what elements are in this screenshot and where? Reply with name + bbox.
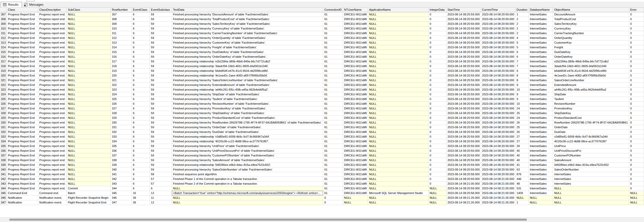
grid-cell-NTUserName[interactable]: DIRCEU-W11\difil xyxy=(343,73,368,78)
grid-cell-ClassDescription[interactable]: Notification event. xyxy=(38,200,67,205)
grid-cell-Class[interactable]: Progress Report End xyxy=(7,120,38,125)
grid-cell-StartTime[interactable]: 2023-08-14 08:20:59.000 xyxy=(446,36,481,40)
grid-cell-ClassDescription[interactable]: Progress report end. xyxy=(38,144,67,148)
grid-cell-IntegerData[interactable]: 0 xyxy=(428,148,446,153)
grid-cell-DatabaseName[interactable]: InternetSales xyxy=(529,162,553,167)
grid-cell-CurrentTime[interactable]: 2023-08-14 08:20:59.000 xyxy=(481,83,516,87)
grid-cell-StartTime[interactable]: 2023-08-14 08:20:59.000 xyxy=(446,21,481,26)
grid-cell-Duration[interactable]: 2 xyxy=(516,31,529,36)
grid-cell-CurrentTime[interactable]: 2023-08-14 08:20:59.000 xyxy=(481,31,516,36)
grid-cell-TextData[interactable]: <Batch Transaction="true" xmlns="http://… xyxy=(172,191,323,195)
grid-cell-ObjectName[interactable]: NULL xyxy=(553,195,629,200)
grid-cell-ObjectName[interactable]: CustomerKey xyxy=(553,40,629,45)
grid-cell-EventClass[interactable]: 39 xyxy=(132,195,150,200)
grid-cell-NTUserName[interactable]: DIRCEU-W11\difil xyxy=(343,31,368,36)
column-header-ClassDescription[interactable]: ClassDescription xyxy=(38,8,67,12)
grid-cell-Duration[interactable]: 6 xyxy=(516,54,529,59)
grid-cell-ConnectionID[interactable]: 61 xyxy=(323,87,343,92)
grid-cell-ClassDescription[interactable]: Progress report end. xyxy=(38,26,67,31)
grid-cell-Error[interactable]: NULL xyxy=(629,195,644,200)
grid-cell-Duration[interactable]: 27 xyxy=(516,134,529,139)
grid-cell-RowNumber[interactable]: 309 xyxy=(111,21,132,26)
grid-cell-ConnectionID[interactable]: 61 xyxy=(323,92,343,97)
grid-cell-NTUserName[interactable]: DIRCEU-W11\difil xyxy=(343,87,368,92)
grid-cell-ObjectName[interactable]: SalesOrderNumber xyxy=(553,167,629,172)
grid-cell-TextData[interactable]: Finished processing hierarchy 'TaxAmt' o… xyxy=(172,97,323,101)
grid-cell-RowNumber[interactable]: 307 xyxy=(111,12,132,17)
grid-cell-ApplicationName[interactable]: NULL xyxy=(368,83,428,87)
grid-cell-StartTime[interactable]: 2023-08-14 08:20:59.000 xyxy=(446,130,481,134)
grid-cell-NTUserName[interactable]: DIRCEU-W11\difil xyxy=(343,92,368,97)
grid-cell-ClassDescription[interactable]: Progress report end. xyxy=(38,97,67,101)
grid-cell-SubClass[interactable]: NULL xyxy=(67,120,111,125)
grid-cell-ClassDescription[interactable]: Progress report end. xyxy=(38,111,67,115)
grid-cell-RowNumber[interactable]: 310 xyxy=(111,26,132,31)
grid-cell-DatabaseName[interactable]: InternetSales xyxy=(529,120,553,125)
grid-cell-EventClass[interactable]: 39 xyxy=(132,200,150,205)
grid-cell-ConnectionID[interactable]: 61 xyxy=(323,101,343,106)
grid-cell-StartTime[interactable]: 2023-08-14 08:20:59.000 xyxy=(446,125,481,130)
grid-cell-RowNumber[interactable]: 315 xyxy=(111,50,132,54)
column-header-EventSubclass[interactable]: EventSubclass xyxy=(150,8,172,12)
grid-cell-ObjectName[interactable]: a446c261-f05c-45fb-a45a-962b4eb6f5a2 xyxy=(553,87,629,92)
row-number-cell[interactable]: 315 xyxy=(0,50,7,54)
grid-cell-Duration[interactable]: 40 xyxy=(516,158,529,162)
grid-cell-Class[interactable]: Progress Report End xyxy=(7,186,38,191)
grid-cell-Duration[interactable]: 40 xyxy=(516,148,529,153)
grid-cell-IntegerData[interactable]: NULL xyxy=(428,191,446,195)
row-number-cell[interactable]: 329 xyxy=(0,115,7,120)
row-number-cell[interactable]: 346 xyxy=(0,195,7,200)
grid-cell-RowNumber[interactable]: 338 xyxy=(111,158,132,162)
grid-cell-NTUserName[interactable]: DIRCEU-W11\difil xyxy=(343,45,368,50)
grid-cell-TextData[interactable]: Finished processing hierarchy 'OrderDate… xyxy=(172,125,323,130)
grid-cell-CurrentTime[interactable]: 2023-08-14 08:21:26.000 xyxy=(481,195,516,200)
grid-cell-DatabaseName[interactable]: InternetSales xyxy=(529,78,553,83)
grid-cell-EventSubclass[interactable]: 59 xyxy=(150,12,172,17)
grid-cell-ConnectionID[interactable]: 61 xyxy=(323,26,343,31)
grid-cell-Error[interactable]: 0 xyxy=(629,101,644,106)
grid-cell-Class[interactable]: Notification xyxy=(7,200,38,205)
grid-cell-CurrentTime[interactable]: 2023-08-14 08:20:59.000 xyxy=(481,21,516,26)
grid-cell-StartTime[interactable]: 2023-08-14 08:20:59.000 xyxy=(446,59,481,64)
grid-cell-ConnectionID[interactable]: 61 xyxy=(323,162,343,167)
grid-cell-EventSubclass[interactable]: 59 xyxy=(150,92,172,97)
grid-cell-DatabaseName[interactable]: InternetSales xyxy=(529,40,553,45)
grid-cell-Class[interactable]: Progress Report End xyxy=(7,125,38,130)
grid-cell-StartTime[interactable]: 2023-08-14 08:20:59.000 xyxy=(446,97,481,101)
grid-cell-ApplicationName[interactable]: NULL xyxy=(368,87,428,92)
grid-cell-TextData[interactable]: NULL xyxy=(172,195,323,200)
grid-cell-StartTime[interactable]: 2023-08-14 08:20:59.000 xyxy=(446,26,481,31)
grid-cell-DatabaseName[interactable]: InternetSales xyxy=(529,111,553,115)
row-number-cell[interactable]: 325 xyxy=(0,97,7,101)
grid-cell-EventSubclass[interactable]: 57 xyxy=(150,181,172,186)
grid-cell-DatabaseName[interactable]: InternetSales xyxy=(529,134,553,139)
grid-cell-DatabaseName[interactable]: NULL xyxy=(529,195,553,200)
grid-cell-StartTime[interactable]: 2023-08-14 08:20:59.000 xyxy=(446,111,481,115)
grid-cell-SubClass[interactable]: NULL xyxy=(67,87,111,92)
grid-cell-ClassDescription[interactable]: Progress report end. xyxy=(38,139,67,144)
grid-cell-ApplicationName[interactable]: NULL xyxy=(368,31,428,36)
grid-cell-DatabaseName[interactable]: InternetSales xyxy=(529,130,553,134)
grid-cell-Class[interactable]: Progress Report End xyxy=(7,172,38,177)
grid-cell-TextData[interactable]: Finished processing hierarchy 'CustomerK… xyxy=(172,40,323,45)
grid-cell-IntegerData[interactable]: 0 xyxy=(428,68,446,73)
grid-cell-TextData[interactable]: Finished processing relationship '3dadcf… xyxy=(172,64,323,68)
grid-cell-SubClass[interactable]: NULL xyxy=(67,54,111,59)
grid-cell-Error[interactable]: 0 xyxy=(629,186,644,191)
grid-cell-IntegerData[interactable]: 0 xyxy=(428,83,446,87)
grid-cell-CurrentTime[interactable]: 2023-08-14 08:20:59.000 xyxy=(481,68,516,73)
grid-cell-SubClass[interactable]: NULL xyxy=(67,31,111,36)
grid-cell-Duration[interactable]: 5 xyxy=(516,40,529,45)
grid-cell-RowNumber[interactable]: 343 xyxy=(111,181,132,186)
grid-cell-TextData[interactable]: Finished processing hierarchy 'RevisionN… xyxy=(172,101,323,106)
grid-cell-CurrentTime[interactable]: 2023-08-14 08:20:59.000 xyxy=(481,115,516,120)
grid-cell-Class[interactable]: Progress Report End xyxy=(7,111,38,115)
grid-cell-NTUserName[interactable]: DIRCEU-W11\difil xyxy=(343,191,368,195)
grid-cell-StartTime[interactable]: 2023-08-14 08:20:59.000 xyxy=(446,73,481,78)
grid-cell-DatabaseName[interactable]: InternetSales xyxy=(529,12,553,17)
column-header-IntegerData[interactable]: IntegerData xyxy=(428,8,446,12)
grid-cell-EventSubclass[interactable]: 59 xyxy=(150,115,172,120)
grid-cell-ConnectionID[interactable]: 61 xyxy=(323,130,343,134)
grid-cell-ClassDescription[interactable]: Progress report end. xyxy=(38,50,67,54)
grid-cell-ApplicationName[interactable]: NULL xyxy=(368,26,428,31)
